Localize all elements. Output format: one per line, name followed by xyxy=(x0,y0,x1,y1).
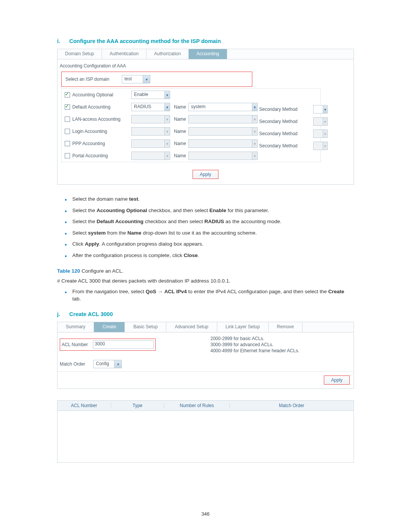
chevron-down-icon: ▾ xyxy=(252,103,257,111)
acl-hint-2: 3000-3999 for advanced ACLs. xyxy=(210,342,299,348)
col-type[interactable]: Type xyxy=(111,403,165,408)
apply-button[interactable]: Apply xyxy=(193,170,218,179)
tab-authentication[interactable]: Authentication xyxy=(102,49,147,59)
secondary-method-select[interactable]: ▾ xyxy=(313,105,328,113)
checkbox-default-accounting[interactable] xyxy=(65,104,70,110)
mode-select[interactable]: Enable▾ xyxy=(131,91,170,99)
chevron-down-icon: ▾ xyxy=(252,115,257,123)
tab-domain-setup[interactable]: Domain Setup xyxy=(57,49,102,59)
checkbox-accounting-optional[interactable] xyxy=(65,92,70,97)
nav-instr: From the navigation tree, select QoS → A… xyxy=(72,288,354,307)
chevron-down-icon: ▾ xyxy=(114,360,121,368)
mode-select: ▾ xyxy=(131,127,170,136)
acl-number-input[interactable]: 3000 xyxy=(93,340,154,349)
instruction-item: Select the Default Accounting checkbox a… xyxy=(72,218,354,229)
aaa-tabs: Domain Setup Authentication Authorizatio… xyxy=(57,49,354,59)
name-select: ▾ xyxy=(188,115,258,123)
chevron-down-icon: ▾ xyxy=(164,152,170,160)
section-j-marker: j. xyxy=(57,311,68,317)
checkbox-portal-accounting[interactable] xyxy=(65,153,70,158)
name-label: Name xyxy=(174,104,186,110)
section-i-title: Configure the AAA accounting method for … xyxy=(69,38,221,44)
aaa-subhead: Accounting Configuration of AAA xyxy=(57,59,354,72)
acl-number-highlight: ACL Number 3000 xyxy=(60,339,156,351)
isp-domain-value: test xyxy=(122,75,143,83)
acl-screenshot: Summary Create Basic Setup Advanced Setu… xyxy=(57,322,354,389)
chevron-down-icon: ▾ xyxy=(164,140,170,147)
name-select: ▾ xyxy=(188,127,258,136)
tab-create[interactable]: Create xyxy=(94,322,125,332)
isp-domain-select[interactable]: test ▾ xyxy=(122,75,150,83)
section-i-heading: i. Configure the AAA accounting method f… xyxy=(57,38,354,44)
chevron-down-icon: ▾ xyxy=(323,118,327,125)
acl-number-label: ACL Number xyxy=(62,342,93,347)
name-select[interactable]: system▾ xyxy=(188,103,258,111)
hash-line: # Create ACL 3000 that denies packets wi… xyxy=(57,277,354,285)
match-order-label: Match Order xyxy=(60,361,93,367)
row-label: PPP Accounting xyxy=(72,141,105,146)
secondary-method-label: Secondary Method xyxy=(259,131,298,136)
chevron-down-icon: ▾ xyxy=(143,75,150,83)
mode-select: ▾ xyxy=(131,152,170,160)
acl-apply-button[interactable]: Apply xyxy=(324,375,350,385)
name-label: Name xyxy=(174,117,186,122)
col-acl-number[interactable]: ACL Number xyxy=(57,403,111,408)
instruction-item: Click Apply. A configuration progress di… xyxy=(72,240,354,252)
col-num-rules[interactable]: Number of Rules xyxy=(164,403,230,408)
table-ref-rest: Configure an ACL. xyxy=(80,268,124,274)
mode-select[interactable]: RADIUS▾ xyxy=(131,103,170,111)
secondary-method-label: Secondary Method xyxy=(259,119,298,124)
acl-hints: 2000-2999 for basic ACLs. 3000-3999 for … xyxy=(210,335,299,354)
mode-select: ▾ xyxy=(131,115,170,123)
chevron-down-icon: ▾ xyxy=(323,142,327,150)
name-select: ▾ xyxy=(188,152,258,160)
acl-grid-body xyxy=(57,411,354,462)
match-order-select[interactable]: Config ▾ xyxy=(93,360,122,368)
instructions-list: Select the domain name test.Select the A… xyxy=(57,195,354,263)
acl-hint-3: 4000-4999 for Ethernet frame header ACLs… xyxy=(210,348,299,354)
chevron-down-icon: ▾ xyxy=(164,103,170,111)
secondary-method-label: Secondary Method xyxy=(259,143,298,149)
isp-domain-label: Select an ISP domain xyxy=(65,77,122,82)
acl-grid: ACL Number Type Number of Rules Match Or… xyxy=(57,400,354,463)
row-label: Accounting Optional xyxy=(72,92,113,97)
row-label: Login Accounting xyxy=(72,129,107,134)
instruction-item: Select system from the Name drop-down li… xyxy=(72,229,354,241)
chevron-down-icon: ▾ xyxy=(252,140,257,147)
tab-authorization[interactable]: Authorization xyxy=(147,49,189,59)
chevron-down-icon: ▾ xyxy=(164,91,170,99)
acl-grid-header: ACL Number Type Number of Rules Match Or… xyxy=(57,401,354,411)
tab-basic-setup[interactable]: Basic Setup xyxy=(125,322,166,332)
secondary-method-select: ▾ xyxy=(313,117,328,126)
section-i-marker: i. xyxy=(57,38,68,44)
chevron-down-icon: ▾ xyxy=(164,115,170,123)
tab-link-layer-setup[interactable]: Link Layer Setup xyxy=(217,322,269,332)
row-label: Default Accounting xyxy=(72,104,110,110)
name-select: ▾ xyxy=(188,139,258,148)
row-label: LAN-access Accounting xyxy=(72,117,121,122)
secondary-method-select: ▾ xyxy=(313,129,328,138)
chevron-down-icon: ▾ xyxy=(323,130,327,137)
table-ref-label: Table 120 xyxy=(57,268,80,274)
checkbox-lan-access-accounting[interactable] xyxy=(65,117,70,122)
chevron-down-icon: ▾ xyxy=(164,128,170,135)
checkbox-ppp-accounting[interactable] xyxy=(65,141,70,146)
acl-tabs: Summary Create Basic Setup Advanced Setu… xyxy=(57,322,354,332)
secondary-method-label: Secondary Method xyxy=(259,107,298,112)
secondary-method-select: ▾ xyxy=(313,142,328,150)
row-label: Portal Accounting xyxy=(72,153,108,158)
mode-select: ▾ xyxy=(131,139,170,148)
tab-advanced-setup[interactable]: Advanced Setup xyxy=(166,322,217,332)
acl-hint-1: 2000-2999 for basic ACLs. xyxy=(210,335,299,342)
tab-summary[interactable]: Summary xyxy=(57,322,94,332)
page-number: 346 xyxy=(57,511,354,517)
tab-accounting[interactable]: Accounting xyxy=(189,49,227,59)
section-j-title: Create ACL 3000 xyxy=(69,311,113,317)
chevron-down-icon: ▾ xyxy=(252,128,257,135)
instruction-item: Select the Accounting Optional checkbox,… xyxy=(72,207,354,218)
chevron-down-icon: ▾ xyxy=(252,152,257,160)
tab-remove[interactable]: Remove xyxy=(269,322,303,332)
checkbox-login-accounting[interactable] xyxy=(65,129,70,134)
col-match-order[interactable]: Match Order xyxy=(230,403,354,408)
nav-instr-list: From the navigation tree, select QoS → A… xyxy=(57,288,354,307)
